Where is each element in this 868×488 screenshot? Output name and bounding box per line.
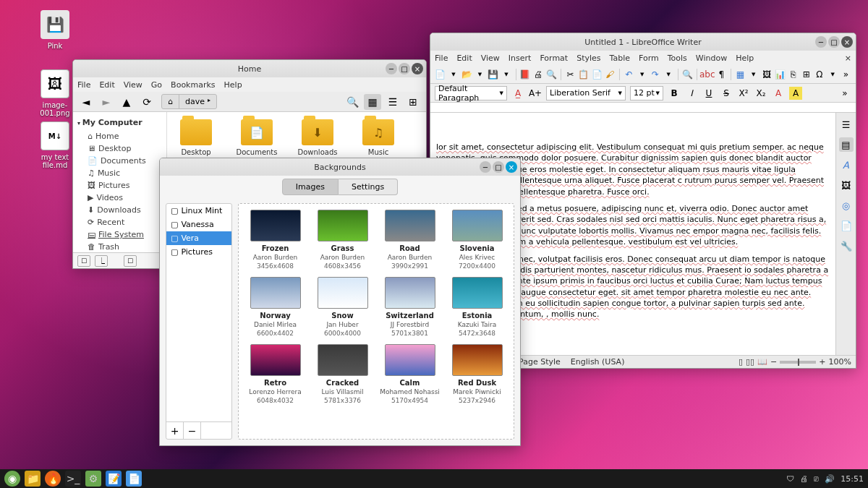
paragraph-style-select[interactable]: Default Paragraph▼: [435, 86, 507, 100]
wallpaper-road[interactable]: RoadAaron Burden3990x2991: [379, 210, 441, 270]
refresh-button[interactable]: ⟳: [138, 94, 156, 110]
desktop-icon-mytextfile[interactable]: M↓ my text file.md: [32, 121, 78, 169]
styles-icon[interactable]: A: [839, 158, 854, 172]
remove-source-button[interactable]: −: [184, 422, 201, 439]
new-style-icon[interactable]: A+: [529, 87, 542, 100]
wallpaper-switzerland[interactable]: SwitzerlandJJ Forestbird5701x3801: [379, 277, 441, 337]
menu-view[interactable]: View: [481, 53, 500, 63]
menu-table[interactable]: Table: [610, 53, 630, 63]
clone-formatting-icon[interactable]: 🖌: [605, 68, 616, 81]
fm-places-toggle[interactable]: ☐: [77, 255, 90, 267]
close-document-button[interactable]: ×: [845, 53, 851, 63]
forward-button[interactable]: ►: [98, 94, 115, 110]
fm-tree-toggle[interactable]: ⎿: [95, 255, 108, 267]
menu-file[interactable]: File: [435, 53, 448, 63]
sidebar-item-trash[interactable]: 🗑Trash: [76, 241, 163, 252]
menu-window[interactable]: Window: [696, 53, 727, 63]
sidebar-item-recent[interactable]: ⟳Recent: [76, 216, 163, 228]
superscript-button[interactable]: X²: [737, 87, 750, 100]
bold-button[interactable]: B: [668, 87, 681, 100]
gallery-icon[interactable]: 🖼: [839, 178, 854, 192]
subscript-button[interactable]: X₂: [754, 87, 767, 100]
underline-button[interactable]: U: [702, 87, 715, 100]
find-icon[interactable]: 🔍: [682, 68, 693, 81]
dropdown-icon[interactable]: ▼: [748, 68, 759, 81]
highlight-button[interactable]: A: [789, 87, 802, 100]
close-button[interactable]: ×: [841, 36, 853, 48]
tray-volume-icon[interactable]: 🔊: [825, 474, 835, 484]
folder-documents[interactable]: 📄Documents: [235, 119, 278, 156]
export-pdf-icon[interactable]: 📕: [519, 68, 530, 81]
dropdown-icon[interactable]: ▼: [475, 68, 485, 81]
search-button[interactable]: 🔍: [344, 94, 361, 110]
desktop-icon-image001[interactable]: 🖼 image-001.png: [32, 69, 78, 117]
minimize-button[interactable]: −: [480, 161, 491, 173]
cut-icon[interactable]: ✂: [565, 68, 576, 81]
font-name-select[interactable]: Liberation Serif▼: [546, 86, 626, 100]
source-pictures[interactable]: ▢Pictures: [166, 245, 231, 259]
sidebar-item-videos[interactable]: ▶Videos: [76, 192, 163, 204]
menu-view[interactable]: View: [124, 80, 142, 90]
sidebar-settings-icon[interactable]: ☰: [839, 117, 854, 132]
wallpaper-cracked[interactable]: CrackedLuis Villasmil5781x3376: [312, 344, 373, 404]
chart-icon[interactable]: 📊: [775, 68, 786, 81]
tray-network-icon[interactable]: ⎚: [814, 474, 819, 484]
wallpaper-estonia[interactable]: EstoniaKazuki Taira5472x3648: [446, 277, 508, 337]
page-icon[interactable]: 📄: [839, 218, 854, 233]
source-vera[interactable]: ▢Vera: [166, 231, 231, 245]
wallpaper-retro[interactable]: RetroLorenzo Herrera6048x4032: [244, 344, 306, 404]
save-icon[interactable]: 💾: [488, 68, 498, 81]
dropdown-icon[interactable]: ▼: [501, 68, 511, 81]
menu-insert[interactable]: Insert: [509, 53, 532, 63]
close-button[interactable]: ×: [412, 63, 423, 74]
maximize-button[interactable]: □: [493, 161, 504, 173]
taskbar-app-icon[interactable]: 📄: [126, 471, 142, 487]
properties-icon[interactable]: ▤: [839, 137, 854, 152]
menu-button[interactable]: ◉: [4, 471, 20, 487]
sidebar-item-downloads[interactable]: ⬇Downloads: [76, 204, 163, 216]
symbol-icon[interactable]: Ω: [814, 68, 825, 81]
field-icon[interactable]: ⊞: [801, 68, 812, 81]
font-size-select[interactable]: 12 pt▼: [630, 86, 663, 100]
up-button[interactable]: ▲: [118, 94, 135, 110]
wallpaper-red-dusk[interactable]: Red DuskMarek Piwnicki5237x2946: [446, 344, 508, 404]
back-button[interactable]: ◄: [77, 94, 95, 110]
maximize-button[interactable]: □: [828, 36, 840, 48]
minimize-button[interactable]: −: [815, 36, 827, 48]
lo-titlebar[interactable]: Untitled 1 - LibreOffice Writer − □ ×: [430, 33, 856, 51]
wallpaper-norway[interactable]: NorwayDaniel Mirlea6600x4402: [244, 277, 306, 337]
copy-icon[interactable]: 📋: [578, 68, 589, 81]
taskbar-settings-icon[interactable]: ⚙: [85, 471, 101, 487]
add-source-button[interactable]: +: [166, 422, 184, 439]
menu-styles[interactable]: Styles: [576, 53, 600, 63]
view-multi-icon[interactable]: ▯▯: [746, 357, 754, 367]
taskbar-terminal-icon[interactable]: >_: [65, 471, 81, 487]
new-icon[interactable]: 📄: [435, 68, 446, 81]
tab-images[interactable]: Images: [282, 179, 339, 195]
minimize-button[interactable]: −: [386, 63, 397, 74]
wallpaper-snow[interactable]: SnowJan Huber6000x4000: [312, 277, 373, 337]
redo-icon[interactable]: ↷: [650, 68, 660, 81]
paste-icon[interactable]: 📄: [591, 68, 602, 81]
fm-terminal-toggle[interactable]: ☐: [124, 255, 137, 267]
tray-shield-icon[interactable]: 🛡: [786, 474, 794, 484]
folder-desktop[interactable]: Desktop: [174, 119, 218, 156]
page-break-icon[interactable]: ⎘: [788, 68, 799, 81]
sidebar-item-pictures[interactable]: 🖼Pictures: [76, 179, 163, 192]
view-single-icon[interactable]: ▯: [739, 357, 743, 367]
sidebar-item-documents[interactable]: 📄Documents: [76, 155, 163, 167]
formatting-marks-icon[interactable]: ¶: [716, 68, 727, 81]
undo-icon[interactable]: ↶: [624, 68, 634, 81]
menu-edit[interactable]: Edit: [456, 53, 472, 63]
font-color-button[interactable]: A: [772, 87, 785, 100]
wallpaper-frozen[interactable]: FrozenAaron Burden3456x4608: [244, 210, 306, 270]
bg-titlebar[interactable]: Backgrounds − □ ×: [160, 158, 520, 176]
sidebar-item-desktop[interactable]: 🖥Desktop: [76, 142, 163, 155]
menu-tools[interactable]: Tools: [668, 53, 687, 63]
fm-titlebar[interactable]: Home − □ ×: [73, 60, 426, 77]
table-icon[interactable]: ▦: [735, 68, 746, 81]
close-button[interactable]: ×: [506, 161, 517, 173]
print-icon[interactable]: 🖨: [533, 68, 544, 81]
menu-format[interactable]: Format: [540, 53, 568, 63]
update-style-icon[interactable]: A̲: [511, 87, 524, 100]
